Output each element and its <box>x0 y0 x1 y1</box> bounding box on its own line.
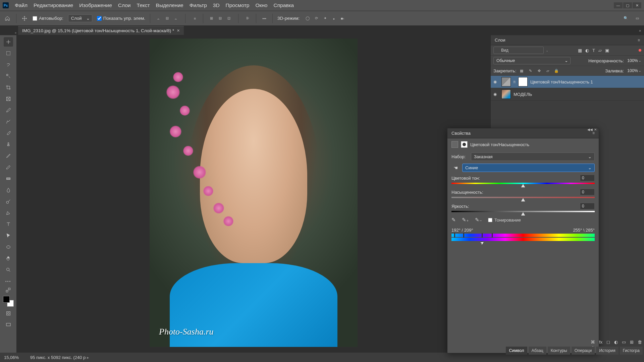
shape-tool[interactable] <box>4 242 13 252</box>
targeted-adjust-icon[interactable]: ☚ <box>451 164 460 172</box>
menu-layers[interactable]: Слои <box>118 2 131 8</box>
delete-layer-icon[interactable]: 🗑 <box>638 340 642 345</box>
autoselect-target-select[interactable]: Слой <box>68 14 92 22</box>
link-icon[interactable]: ⎘ <box>514 80 516 84</box>
distribute-h-icon[interactable]: ⊞ <box>208 15 215 22</box>
document-canvas[interactable]: Photo-Sasha.ru <box>150 39 358 347</box>
zoom-tool[interactable] <box>4 265 13 275</box>
tab-history[interactable]: История <box>596 347 618 355</box>
layers-panel-title[interactable]: Слои <box>495 38 505 43</box>
tab-actions[interactable]: Операци <box>572 347 595 355</box>
menu-3d[interactable]: 3D <box>213 2 220 8</box>
visibility-icon[interactable]: ◉ <box>493 92 499 97</box>
menu-image[interactable]: Изображение <box>79 2 112 8</box>
healing-tool[interactable] <box>4 117 13 126</box>
align-left-icon[interactable]: ≡ <box>192 15 198 22</box>
edit-toolbar-button[interactable]: ••• <box>4 277 13 286</box>
distribute-spacing-icon[interactable]: ⊪ <box>245 15 251 22</box>
layer-mask-thumb[interactable] <box>518 77 528 86</box>
path-select-tool[interactable] <box>4 231 13 240</box>
eyedropper-sub-icon[interactable]: ✎₋ <box>475 217 482 223</box>
lock-paint-icon[interactable]: ✎ <box>527 67 534 74</box>
panel-menu-icon[interactable]: ≡ <box>592 131 595 136</box>
lightness-input[interactable] <box>580 203 595 209</box>
layer-style-icon[interactable]: fx <box>599 340 602 345</box>
group-icon[interactable]: ▭ <box>622 340 626 345</box>
3d-pan-icon[interactable]: ✦ <box>322 15 328 22</box>
adjustment-layer-icon[interactable]: ◐ <box>614 340 618 345</box>
menu-filter[interactable]: Фильтр <box>190 2 207 8</box>
opacity-value[interactable]: 100% ⌄ <box>627 58 641 63</box>
lock-all-icon[interactable]: 🔒 <box>553 67 560 74</box>
lock-pixels-icon[interactable]: ▦ <box>518 67 525 74</box>
3d-roll-icon[interactable]: ⟳ <box>313 15 320 22</box>
visibility-icon[interactable]: ◉ <box>493 79 499 84</box>
layer-row[interactable]: ◉ МОДЕЛЬ <box>491 88 644 101</box>
screenmode-button[interactable] <box>4 320 13 329</box>
tab-close-icon[interactable]: ✕ <box>177 28 180 33</box>
tab-paragraph[interactable]: Абзац <box>529 347 546 355</box>
brush-tool[interactable] <box>4 128 13 138</box>
preset-select[interactable]: Заказная <box>471 153 595 161</box>
quick-select-tool[interactable] <box>4 71 13 81</box>
filter-pixel-icon[interactable]: ▦ <box>578 48 582 53</box>
saturation-slider[interactable] <box>451 197 595 198</box>
window-minimize-button[interactable]: — <box>614 2 623 8</box>
menu-view[interactable]: Просмотр <box>226 2 250 8</box>
document-tab[interactable]: IMG_2310.jpg @ 15,1% (Цветовой тон/Насыщ… <box>18 26 184 35</box>
link-layers-icon[interactable]: ⌘ <box>591 340 595 345</box>
menu-text[interactable]: Текст <box>137 2 150 8</box>
show-controls-checkbox[interactable] <box>97 16 102 21</box>
window-close-button[interactable]: ✕ <box>633 2 641 8</box>
filter-toggle-icon[interactable] <box>639 49 641 52</box>
autoselect-checkbox[interactable] <box>33 16 37 21</box>
toolbar-expand-icon[interactable]: » <box>15 31 16 35</box>
workspace-icon[interactable]: ▭ <box>634 15 641 22</box>
more-options-icon[interactable]: ••• <box>261 15 268 22</box>
collapse-icon[interactable]: ◀◀ <box>587 128 593 131</box>
3d-zoom-icon[interactable]: ■‹ <box>339 15 346 22</box>
hue-slider[interactable] <box>451 183 595 184</box>
gradient-tool[interactable] <box>4 174 13 183</box>
tab-histogram[interactable]: Гистогра <box>620 347 643 355</box>
dodge-tool[interactable] <box>4 197 13 206</box>
pen-tool[interactable] <box>4 208 13 218</box>
history-brush-tool[interactable] <box>4 151 13 161</box>
distribute-v-icon[interactable]: ⊟ <box>217 15 223 22</box>
3d-slide-icon[interactable]: ⬥ <box>330 15 337 22</box>
tab-overflow-icon[interactable]: » <box>636 26 644 35</box>
eyedropper-tool[interactable] <box>4 106 13 115</box>
menu-select[interactable]: Выделение <box>156 2 183 8</box>
panel-menu-icon[interactable]: ≡ <box>638 38 640 43</box>
menu-window[interactable]: Окно <box>255 2 267 8</box>
align-top-icon[interactable]: ⫠ <box>155 15 162 22</box>
color-range-strip-top[interactable] <box>451 234 595 237</box>
layer-mask-icon[interactable]: ◻ <box>606 340 610 345</box>
search-icon[interactable]: 🔍 <box>623 15 629 22</box>
layer-kind-select[interactable]: Вид <box>493 47 544 54</box>
layer-thumb[interactable] <box>501 89 511 99</box>
foreground-swatch[interactable] <box>3 296 10 303</box>
blend-mode-select[interactable]: Обычные <box>493 57 571 64</box>
lightness-slider[interactable] <box>451 211 595 212</box>
filter-smart-icon[interactable]: ▣ <box>605 48 609 53</box>
adjustment-thumb[interactable] <box>501 77 511 86</box>
menu-help[interactable]: Справка <box>273 2 294 8</box>
home-button[interactable] <box>3 14 11 22</box>
layer-row[interactable]: ◉ ⎘ Цветовой тон/Насыщенность 1 <box>491 76 644 88</box>
align-vcenter-icon[interactable]: ⊟ <box>164 15 170 22</box>
zoom-level-input[interactable] <box>4 355 30 360</box>
hue-input[interactable] <box>580 175 595 181</box>
colorize-checkbox[interactable] <box>488 218 492 222</box>
swap-colors-icon[interactable] <box>4 288 13 293</box>
canvas-area[interactable]: Photo-Sasha.ru <box>17 35 490 353</box>
saturation-input[interactable] <box>580 189 595 195</box>
menu-file[interactable]: Файл <box>15 2 28 8</box>
eyedropper-add-icon[interactable]: ✎₊ <box>462 217 469 223</box>
stamp-tool[interactable] <box>4 140 13 149</box>
eyedropper-icon[interactable]: ✎ <box>451 217 456 223</box>
lasso-tool[interactable] <box>4 60 13 69</box>
filter-text-icon[interactable]: T <box>592 48 595 53</box>
blur-tool[interactable] <box>4 185 13 195</box>
3d-orbit-icon[interactable]: ◯ <box>304 15 311 22</box>
